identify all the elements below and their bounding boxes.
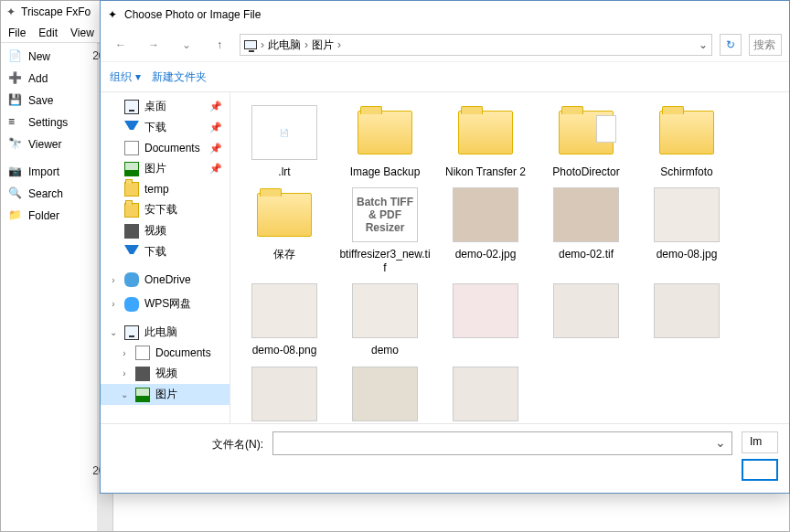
dialog-tree[interactable]: 桌面📌 下载📌 Documents📌 图片📌 temp 安下载 视频 下载 ›O… xyxy=(101,92,230,423)
tree-video[interactable]: 视频 xyxy=(101,220,230,241)
tree-onedrive[interactable]: ›OneDrive xyxy=(101,270,230,290)
image-thumb xyxy=(251,367,317,421)
tree-pictures[interactable]: 图片📌 xyxy=(101,158,230,179)
app-title: Triscape FxFo xyxy=(21,5,91,18)
filetype-combo[interactable]: Im xyxy=(742,431,778,453)
onedrive-icon xyxy=(124,272,139,287)
file-item-image[interactable] xyxy=(238,365,331,423)
tree-wps[interactable]: ›WPS网盘 xyxy=(101,293,230,314)
pin-icon[interactable]: 📌 xyxy=(209,101,226,112)
new-folder-button[interactable]: 新建文件夹 xyxy=(152,69,207,85)
folder-icon xyxy=(257,193,312,237)
tool-settings[interactable]: ≡Settings xyxy=(5,112,93,133)
pictures-icon xyxy=(135,388,150,402)
file-item-image[interactable]: demo-08.png xyxy=(238,282,331,356)
nav-forward-icon: → xyxy=(141,34,166,56)
menu-edit[interactable]: Edit xyxy=(38,27,58,39)
nav-refresh-button[interactable]: ↻ xyxy=(720,34,742,56)
tool-new[interactable]: 📄New xyxy=(5,47,93,67)
expand-icon[interactable]: › xyxy=(119,348,130,358)
file-item-folder[interactable]: Image Backup xyxy=(338,103,432,178)
pin-icon[interactable]: 📌 xyxy=(209,122,226,133)
tree-pc-pictures[interactable]: ⌄图片 xyxy=(101,384,230,405)
pc-icon xyxy=(244,40,257,49)
tool-import[interactable]: 📷Import xyxy=(5,162,93,182)
collapse-icon[interactable]: ⌄ xyxy=(108,327,119,337)
tree-documents[interactable]: Documents📌 xyxy=(101,138,230,158)
file-item-folder[interactable]: PhotoDirector xyxy=(539,103,633,178)
image-thumb xyxy=(654,283,720,338)
file-item-image[interactable]: Batch TIFF & PDF Resizerbtiffresizer3_ne… xyxy=(338,186,432,274)
image-thumb: Batch TIFF & PDF Resizer xyxy=(352,187,418,242)
tree-temp[interactable]: temp xyxy=(101,179,230,199)
tree-pc-documents[interactable]: ›Documents xyxy=(101,343,230,363)
chevron-right-icon[interactable]: › xyxy=(261,38,264,51)
open-button[interactable] xyxy=(742,459,778,481)
file-item-image[interactable]: demo-02.tif xyxy=(539,186,633,274)
file-item-image[interactable] xyxy=(539,282,633,356)
file-item-image[interactable] xyxy=(338,365,432,423)
tool-add[interactable]: ➕Add xyxy=(5,69,93,89)
nav-recent-dropdown[interactable]: ⌄ xyxy=(174,34,199,56)
image-thumb xyxy=(654,187,720,242)
chevron-down-icon: ▾ xyxy=(135,70,141,83)
collapse-icon[interactable]: ⌄ xyxy=(119,389,130,399)
organize-button[interactable]: 组织 ▾ xyxy=(110,69,141,85)
app-icon: ✦ xyxy=(6,5,16,18)
chevron-right-icon[interactable]: › xyxy=(304,38,308,51)
tool-search[interactable]: 🔍Search xyxy=(5,184,93,204)
tool-save[interactable]: 💾Save xyxy=(5,90,93,111)
tree-downloads[interactable]: 下载📌 xyxy=(101,117,230,138)
image-thumb xyxy=(553,187,619,242)
tree-downloads2[interactable]: 下载 xyxy=(101,241,230,262)
tool-folder[interactable]: 📁Folder xyxy=(5,206,93,226)
file-item-image[interactable] xyxy=(640,282,733,356)
file-item-image[interactable] xyxy=(439,282,532,356)
file-dialog: ✦ Choose Photo or Image File ← → ⌄ ↑ › 此… xyxy=(100,0,790,494)
file-area[interactable]: 📄.lrt Image Backup Nikon Transfer 2 Phot… xyxy=(230,92,789,423)
nav-back-icon[interactable]: ← xyxy=(108,34,133,56)
image-thumb xyxy=(251,283,317,338)
app-toolbar: 📄New ➕Add 💾Save ≡Settings 🔭Viewer 📷Impor… xyxy=(1,43,97,531)
nav-path[interactable]: › 此电脑 › 图片 › ⌄ xyxy=(240,34,712,56)
file-item-image[interactable]: demo-02.jpg xyxy=(439,186,532,274)
file-item-folder[interactable]: 📄.lrt xyxy=(238,103,331,178)
file-item-folder[interactable]: 保存 xyxy=(238,186,331,274)
path-seg-folder[interactable]: 图片 xyxy=(312,37,334,53)
path-seg-pc[interactable]: 此电脑 xyxy=(268,37,301,53)
nav-search-box[interactable]: 搜索 xyxy=(749,34,782,56)
wps-icon xyxy=(124,297,139,312)
path-dropdown-icon[interactable]: ⌄ xyxy=(699,38,708,51)
folder-icon xyxy=(358,111,412,154)
tool-viewer[interactable]: 🔭Viewer xyxy=(5,134,93,154)
file-item-folder[interactable]: Schirmfoto xyxy=(640,103,733,178)
file-item-image[interactable]: demo-08.jpg xyxy=(640,186,733,274)
dialog-titlebar[interactable]: ✦ Choose Photo or Image File xyxy=(101,1,789,28)
file-item-image[interactable] xyxy=(439,365,532,423)
pc-icon xyxy=(124,325,139,340)
document-icon xyxy=(135,346,150,360)
tree-pc-video[interactable]: ›视频 xyxy=(101,363,230,384)
dialog-toolbar: 组织 ▾ 新建文件夹 xyxy=(101,61,789,92)
image-thumb xyxy=(352,283,418,338)
filename-input[interactable] xyxy=(272,431,732,455)
tree-desktop[interactable]: 桌面📌 xyxy=(101,96,230,117)
file-item-image[interactable]: demo xyxy=(338,282,432,356)
folder-icon xyxy=(124,182,139,197)
pin-icon[interactable]: 📌 xyxy=(209,143,226,154)
expand-icon[interactable]: › xyxy=(119,368,130,378)
chevron-right-icon[interactable]: › xyxy=(337,38,341,51)
expand-icon[interactable]: › xyxy=(108,299,119,309)
menu-view[interactable]: View xyxy=(70,27,94,39)
expand-icon[interactable]: › xyxy=(108,275,119,285)
pin-icon[interactable]: 📌 xyxy=(209,163,226,175)
tree-anxia[interactable]: 安下载 xyxy=(101,199,230,220)
dialog-bottom: 文件名(N): Im xyxy=(101,423,789,493)
file-item-folder[interactable]: Nikon Transfer 2 xyxy=(439,103,532,178)
download-icon xyxy=(124,121,139,135)
nav-up-icon[interactable]: ↑ xyxy=(207,34,232,56)
image-thumb xyxy=(352,367,418,421)
folder-icon xyxy=(659,111,714,154)
menu-file[interactable]: File xyxy=(8,27,26,39)
tree-this-pc[interactable]: ⌄此电脑 xyxy=(101,322,230,343)
